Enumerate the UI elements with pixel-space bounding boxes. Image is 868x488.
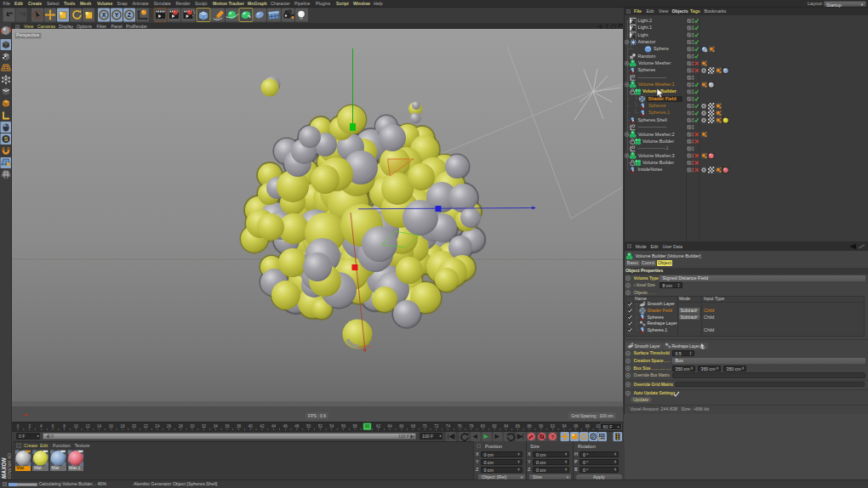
svg-text:98: 98: [585, 424, 591, 428]
svg-text:60: 60: [365, 424, 370, 428]
svg-text:X: X: [102, 12, 106, 18]
svg-text:2: 2: [28, 424, 31, 428]
svg-text:( ): ( ): [3, 173, 9, 179]
svg-text:38: 38: [237, 424, 242, 428]
svg-text:Y: Y: [115, 12, 119, 18]
svg-text:50: 50: [306, 424, 311, 428]
svg-text:66: 66: [399, 424, 404, 428]
svg-text:40: 40: [248, 424, 254, 428]
svg-text:32: 32: [202, 424, 207, 428]
svg-text:62: 62: [376, 424, 381, 428]
svg-text:16: 16: [109, 424, 114, 428]
svg-text:36: 36: [225, 424, 230, 428]
svg-text:90: 90: [539, 424, 544, 428]
svg-text:18: 18: [120, 424, 125, 428]
svg-text:26: 26: [167, 424, 172, 428]
svg-text:8: 8: [63, 424, 66, 428]
svg-text:S: S: [4, 136, 9, 142]
svg-text:88: 88: [527, 424, 532, 428]
svg-text:76: 76: [458, 424, 463, 428]
svg-text:58: 58: [353, 424, 358, 428]
svg-text:12: 12: [85, 424, 90, 428]
svg-text:14: 14: [97, 424, 102, 428]
svg-text:0: 0: [17, 424, 20, 428]
svg-text:56: 56: [341, 424, 346, 428]
svg-text:82: 82: [493, 424, 498, 428]
svg-text:84: 84: [504, 424, 509, 428]
svg-text:92: 92: [551, 424, 556, 428]
svg-text:42: 42: [260, 424, 265, 428]
svg-text:54: 54: [329, 424, 334, 428]
svg-text:10: 10: [74, 424, 79, 428]
svg-text:68: 68: [411, 424, 416, 428]
svg-text:34: 34: [214, 424, 219, 428]
svg-text:72: 72: [434, 424, 439, 428]
svg-text:48: 48: [294, 424, 300, 428]
svg-text:70: 70: [423, 424, 428, 428]
svg-text:28: 28: [179, 424, 184, 428]
svg-text:30: 30: [190, 424, 195, 428]
svg-text:96: 96: [574, 424, 579, 428]
svg-text:20: 20: [132, 424, 137, 428]
svg-text:6: 6: [52, 424, 54, 428]
svg-text:4: 4: [40, 424, 43, 428]
svg-text:22: 22: [144, 424, 149, 428]
svg-text:74: 74: [446, 424, 451, 428]
svg-text:P: P: [591, 434, 595, 440]
svg-text:24: 24: [155, 424, 160, 428]
svg-text:64: 64: [388, 424, 393, 428]
svg-text:80: 80: [481, 424, 486, 428]
svg-text:52: 52: [318, 424, 323, 428]
svg-text:?: ?: [551, 434, 554, 440]
svg-text:Z: Z: [128, 12, 132, 18]
svg-text:94: 94: [562, 424, 567, 428]
svg-text:86: 86: [516, 424, 521, 428]
svg-text:44: 44: [271, 424, 277, 428]
svg-text:78: 78: [469, 424, 474, 428]
svg-text:46: 46: [283, 424, 288, 428]
